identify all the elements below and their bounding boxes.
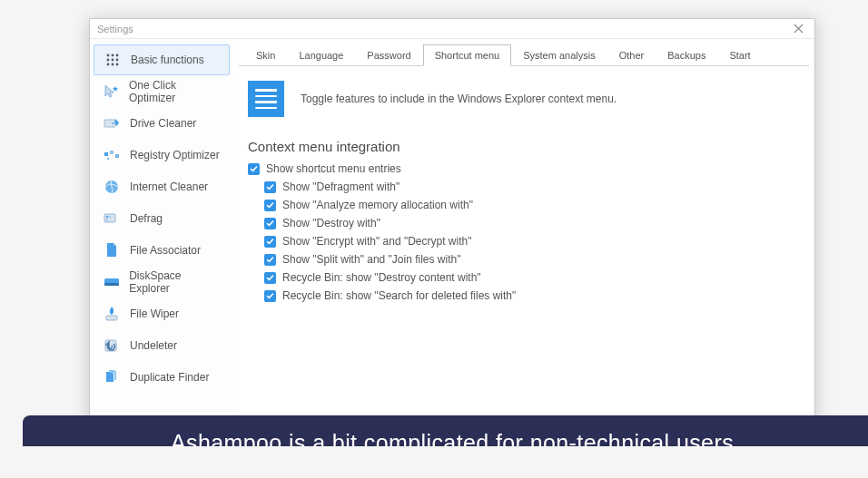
sidebar-item-one-click-optimizer[interactable]: One Click Optimizer (94, 76, 230, 107)
svg-point-5 (116, 59, 119, 62)
sidebar-item-label: Undeleter (130, 339, 177, 352)
tab-start[interactable]: Start (717, 44, 762, 65)
sidebar-item-label: Duplicate Finder (130, 371, 209, 384)
section-title: Context menu integration (248, 139, 800, 154)
registry-icon (103, 147, 121, 163)
hdd-icon (103, 274, 120, 290)
option-label: Show "Split with" and "Join files with" (282, 253, 460, 266)
grid-icon (104, 52, 122, 68)
sidebar-item-internet-cleaner[interactable]: Internet Cleaner (94, 171, 230, 202)
settings-window: Settings Basic functions (89, 18, 815, 428)
option-row[interactable]: Show shortcut menu entries (248, 160, 800, 178)
option-row[interactable]: Show "Split with" and "Join files with" (264, 250, 800, 268)
sidebar-item-file-associator[interactable]: File Associator (94, 235, 230, 266)
svg-rect-9 (104, 120, 115, 127)
tab-other[interactable]: Other (607, 44, 656, 65)
checkbox-icon[interactable] (248, 163, 260, 175)
checkbox-icon[interactable] (264, 181, 276, 193)
info-row: Toggle features to include in the Window… (248, 81, 800, 117)
drive-broom-icon (103, 115, 121, 132)
svg-rect-22 (106, 316, 117, 320)
globe-icon (103, 179, 121, 195)
svg-rect-11 (104, 152, 108, 156)
svg-point-10 (112, 122, 113, 124)
sidebar-item-undeleter[interactable]: Undeleter (94, 330, 230, 361)
checkbox-icon[interactable] (264, 272, 276, 284)
option-row[interactable]: Recycle Bin: show "Destroy content with" (264, 268, 800, 287)
flame-icon (103, 306, 121, 322)
undo-icon (103, 337, 121, 354)
close-icon (794, 24, 804, 34)
option-label: Show "Analyze memory allocation with" (282, 199, 473, 211)
tab-pane: Toggle features to include in the Window… (233, 66, 814, 314)
tab-system-analysis[interactable]: System analysis (511, 44, 607, 65)
sidebar-item-label: Internet Cleaner (130, 180, 208, 193)
sidebar: Basic functions One Click Optimizer Driv… (90, 39, 233, 427)
sidebar-item-duplicate-finder[interactable]: Duplicate Finder (94, 362, 230, 393)
duplicate-files-icon (103, 369, 121, 385)
tab-skin[interactable]: Skin (244, 44, 287, 65)
svg-rect-17 (106, 216, 108, 218)
info-text: Toggle features to include in the Window… (301, 93, 616, 105)
svg-rect-16 (104, 214, 115, 222)
sidebar-item-label: Basic functions (131, 54, 204, 66)
option-label: Show "Defragment with" (282, 180, 399, 193)
close-button[interactable] (790, 22, 807, 36)
file-icon (103, 242, 121, 259)
checkbox-icon[interactable] (264, 236, 276, 248)
sidebar-item-drive-cleaner[interactable]: Drive Cleaner (94, 108, 230, 139)
sidebar-item-defrag[interactable]: Defrag (94, 203, 230, 234)
tabs-bar: Skin Language Password Shortcut menu Sys… (239, 41, 809, 66)
list-lines-icon (248, 81, 284, 117)
checkbox-icon[interactable] (264, 200, 276, 211)
tab-backups[interactable]: Backups (656, 44, 717, 65)
svg-rect-21 (104, 283, 119, 286)
defrag-icon (103, 210, 121, 227)
sidebar-item-label: Drive Cleaner (130, 117, 196, 130)
checkbox-icon[interactable] (264, 290, 276, 302)
svg-point-7 (112, 63, 114, 66)
sidebar-item-file-wiper[interactable]: File Wiper (94, 298, 230, 329)
svg-point-4 (112, 59, 114, 62)
svg-point-8 (116, 63, 119, 66)
window-titlebar: Settings (90, 19, 814, 39)
options-container: Show shortcut menu entriesShow "Defragme… (248, 160, 800, 305)
svg-rect-12 (110, 151, 113, 154)
option-label: Recycle Bin: show "Search for deleted fi… (282, 289, 516, 302)
caption-bar: Ashampoo is a bit complicated for non-te… (23, 415, 868, 446)
svg-point-2 (116, 54, 119, 57)
option-label: Recycle Bin: show "Destroy content with" (282, 271, 481, 284)
option-label: Show "Destroy with" (282, 217, 380, 229)
svg-point-1 (112, 54, 114, 57)
tab-language[interactable]: Language (287, 44, 355, 65)
sidebar-item-label: Defrag (130, 212, 163, 225)
caption-text: Ashampoo is a bit complicated for non-te… (171, 430, 734, 447)
svg-point-0 (107, 54, 110, 57)
checkbox-icon[interactable] (264, 218, 276, 229)
svg-point-6 (107, 63, 110, 66)
svg-point-14 (107, 158, 109, 160)
sidebar-item-label: File Wiper (130, 307, 179, 320)
svg-rect-13 (115, 154, 119, 158)
option-row[interactable]: Show "Analyze memory allocation with" (264, 196, 800, 214)
option-label: Show shortcut menu entries (266, 162, 401, 175)
sidebar-item-label: Registry Optimizer (130, 149, 220, 161)
checkbox-icon[interactable] (264, 254, 276, 266)
tab-password[interactable]: Password (355, 44, 422, 65)
content-area: Skin Language Password Shortcut menu Sys… (233, 39, 814, 427)
svg-rect-18 (109, 216, 111, 218)
sidebar-item-label: One Click Optimizer (129, 79, 221, 104)
option-row[interactable]: Recycle Bin: show "Search for deleted fi… (264, 287, 800, 305)
option-label: Show "Encrypt with" and "Decrypt with" (282, 235, 471, 248)
window-title: Settings (97, 24, 133, 34)
sidebar-item-basic-functions[interactable]: Basic functions (94, 44, 230, 75)
option-row[interactable]: Show "Destroy with" (264, 214, 800, 232)
svg-point-3 (107, 59, 110, 62)
option-row[interactable]: Show "Defragment with" (264, 178, 800, 196)
option-row[interactable]: Show "Encrypt with" and "Decrypt with" (264, 232, 800, 250)
sidebar-item-diskspace-explorer[interactable]: DiskSpace Explorer (94, 267, 230, 298)
sidebar-item-registry-optimizer[interactable]: Registry Optimizer (94, 140, 230, 171)
sidebar-item-label: DiskSpace Explorer (129, 269, 221, 295)
tab-shortcut-menu[interactable]: Shortcut menu (423, 44, 512, 66)
sidebar-item-label: File Associator (130, 244, 201, 257)
